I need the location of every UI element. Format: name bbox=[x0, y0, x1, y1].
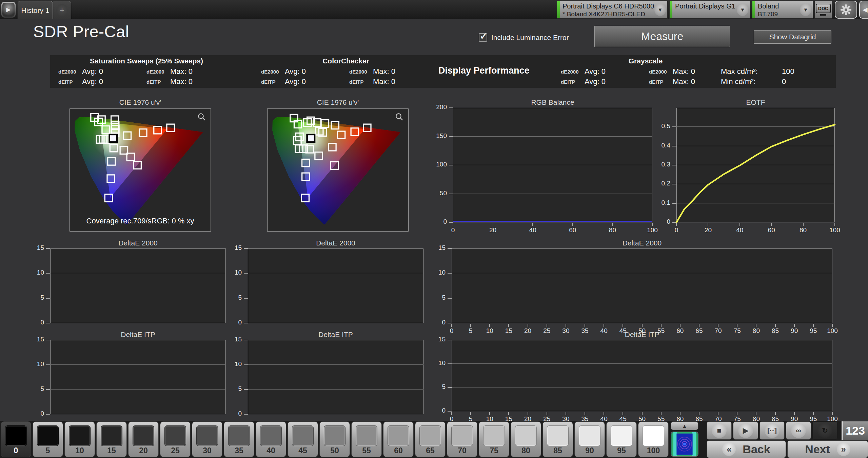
gray-step-label: 65 bbox=[415, 446, 445, 455]
gray-swatch bbox=[133, 425, 154, 446]
magnifier-icon[interactable] bbox=[197, 113, 206, 121]
deltae2000-chart-mid-ytick: 15 bbox=[220, 244, 242, 253]
colorspace-dropdown[interactable]: Boland BT.709 ▼ bbox=[752, 1, 813, 19]
checkbox-box: ✓ bbox=[479, 33, 487, 42]
eotf-chart-xtick: 0 bbox=[666, 226, 687, 235]
gray-step-button-90[interactable]: 90 bbox=[574, 421, 605, 457]
gray-step-button-65[interactable]: 65 bbox=[415, 421, 446, 457]
gray-step-button-35[interactable]: 35 bbox=[224, 421, 254, 457]
measure-button[interactable]: Measure bbox=[594, 26, 730, 47]
deltae2000-chart-left-ytick: 10 bbox=[22, 269, 44, 278]
continuous-button[interactable]: ∞ bbox=[786, 421, 811, 440]
gray-swatch bbox=[324, 425, 346, 446]
gear-icon bbox=[840, 4, 852, 16]
eotf-chart-curve bbox=[676, 108, 835, 222]
rgb-balance-chart-ytick: 0 bbox=[425, 218, 447, 227]
back-button[interactable]: «Back bbox=[707, 440, 786, 458]
gray-step-button-100[interactable]: 100 bbox=[638, 421, 669, 457]
deltae-itp-chart-left-plot bbox=[50, 340, 226, 414]
eotf-chart-ytick: 0.5 bbox=[649, 122, 670, 131]
eotf-chart-xtick: 60 bbox=[761, 226, 782, 235]
gray-swatch bbox=[164, 425, 186, 446]
expand-panel-button[interactable]: ▶ bbox=[1, 2, 16, 18]
gray-step-button-0[interactable]: 0 bbox=[1, 421, 31, 457]
gray-step-button-20[interactable]: 20 bbox=[128, 421, 159, 457]
gray-step-label: 40 bbox=[256, 446, 286, 455]
refresh-button[interactable]: ↻ bbox=[812, 421, 837, 440]
tab-history-1[interactable]: History 1 bbox=[18, 1, 53, 19]
rgb-balance-chart-xtick: 60 bbox=[563, 226, 583, 235]
meter-name: Portrait Displays C6 HDR5000 bbox=[563, 2, 653, 10]
stats-bar: Saturation Sweeps (25% Sweeps) dE2000Avg… bbox=[50, 55, 836, 88]
deltae-itp-chart-wide-ytick: 15 bbox=[424, 336, 446, 344]
gray-step-button-25[interactable]: 25 bbox=[160, 421, 191, 457]
whitepoint-marker bbox=[307, 135, 315, 142]
show-datagrid-button[interactable]: Show Datagrid bbox=[754, 30, 831, 44]
deltae2000-chart-mid-plot bbox=[248, 248, 423, 323]
gray-swatch bbox=[547, 425, 569, 446]
gray-step-button-15[interactable]: 15 bbox=[96, 421, 127, 457]
gray-swatch bbox=[37, 425, 59, 446]
gray-step-button-75[interactable]: 75 bbox=[479, 421, 509, 457]
pattern-level-counter[interactable]: 123 bbox=[842, 421, 868, 440]
chevron-down-icon: ▼ bbox=[654, 4, 666, 16]
source-connected-indicator bbox=[670, 1, 672, 18]
gray-step-label: 25 bbox=[160, 446, 190, 455]
add-tab-button[interactable]: + bbox=[53, 1, 71, 19]
gray-step-button-80[interactable]: 80 bbox=[511, 421, 541, 457]
play-button[interactable]: ▶ bbox=[733, 421, 758, 440]
cie-chart-1-coverage-text: Coverage rec.709/sRGB: 0 % xy bbox=[70, 217, 211, 227]
settings-button[interactable] bbox=[835, 1, 857, 19]
gray-swatch bbox=[5, 425, 27, 446]
gray-step-label: 45 bbox=[288, 446, 318, 455]
stop-button[interactable]: ■ bbox=[707, 421, 732, 440]
deltae-itp-chart-left-ytick: 5 bbox=[22, 385, 44, 394]
gray-step-button-50[interactable]: 50 bbox=[319, 421, 350, 457]
test-pattern-image bbox=[671, 432, 698, 456]
gray-swatch bbox=[292, 425, 314, 446]
gray-step-button-10[interactable]: 10 bbox=[64, 421, 95, 457]
stats-group-grayscale: Grayscale dE2000Avg: 0 dE2000Max: 0 dEIT… bbox=[557, 57, 734, 87]
expand-pattern-panel-button[interactable]: ▲ bbox=[671, 421, 698, 430]
deltae-itp-chart-mid-ytick: 0 bbox=[220, 410, 242, 419]
magnifier-icon[interactable] bbox=[395, 113, 404, 121]
rgb-balance-chart-ytick: 50 bbox=[425, 190, 447, 198]
gray-swatch bbox=[356, 425, 377, 446]
gray-step-label: 75 bbox=[479, 446, 509, 455]
gray-step-button-40[interactable]: 40 bbox=[256, 421, 286, 457]
gray-step-label: 70 bbox=[447, 446, 477, 455]
next-button[interactable]: Next» bbox=[787, 440, 868, 458]
whitepoint-marker bbox=[110, 135, 117, 142]
ddc-button[interactable]: DDC bbox=[814, 1, 832, 19]
stop-icon: ■ bbox=[712, 423, 727, 438]
chevron-down-icon: ▼ bbox=[737, 4, 748, 16]
deltae-itp-chart-left-title: DeltaE ITP bbox=[50, 331, 226, 339]
display-connected-indicator bbox=[752, 1, 755, 18]
deltae2000-chart-left-ytick: 0 bbox=[22, 319, 44, 327]
gray-step-label: 90 bbox=[575, 446, 605, 455]
gray-swatch bbox=[451, 425, 473, 446]
gray-step-button-60[interactable]: 60 bbox=[383, 421, 414, 457]
monitor-icon: DDC bbox=[816, 4, 831, 13]
stats-group-saturation: Saturation Sweeps (25% Sweeps) dE2000Avg… bbox=[55, 57, 238, 87]
gray-step-button-70[interactable]: 70 bbox=[447, 421, 477, 457]
eotf-chart-xtick: 100 bbox=[825, 226, 845, 235]
gray-step-button-55[interactable]: 55 bbox=[351, 421, 382, 457]
gray-step-label: 85 bbox=[543, 446, 573, 455]
gray-swatch bbox=[388, 425, 409, 446]
eotf-chart-xtick: 40 bbox=[730, 226, 750, 235]
gray-step-button-30[interactable]: 30 bbox=[192, 421, 222, 457]
gray-step-label: 20 bbox=[129, 446, 158, 455]
pattern-preview-thumbnail[interactable] bbox=[671, 432, 698, 457]
gray-step-button-95[interactable]: 95 bbox=[606, 421, 637, 457]
gray-step-button-5[interactable]: 5 bbox=[33, 421, 63, 457]
collapse-toolbar-button[interactable]: ◀ bbox=[859, 1, 868, 19]
source-dropdown[interactable]: Portrait Displays G1 ▼ bbox=[669, 1, 750, 19]
meter-dropdown[interactable]: Portrait Displays C6 HDR5000 * Boland X4… bbox=[557, 1, 668, 19]
deltae-itp-chart-left-ytick: 0 bbox=[22, 410, 44, 419]
include-luminance-checkbox[interactable]: ✓ Include Luminance Error bbox=[479, 33, 569, 42]
pattern-window-button[interactable]: [··] bbox=[760, 421, 785, 440]
gray-step-button-45[interactable]: 45 bbox=[288, 421, 318, 457]
deltae2000-chart-mid-title: DeltaE 2000 bbox=[248, 239, 423, 247]
gray-step-button-85[interactable]: 85 bbox=[542, 421, 573, 457]
